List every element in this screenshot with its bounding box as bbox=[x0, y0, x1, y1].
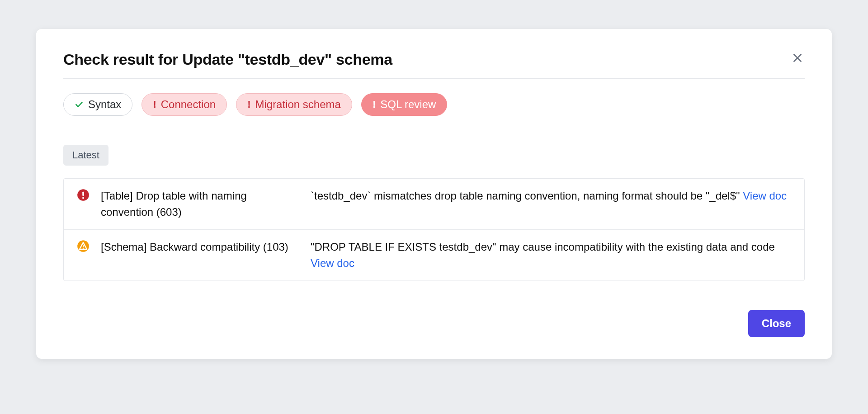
check-result-modal: Check result for Update "testdb_dev" sch… bbox=[36, 29, 832, 359]
results-table: [Table] Drop table with naming conventio… bbox=[63, 178, 805, 281]
result-tabs: Latest bbox=[63, 145, 805, 166]
modal-title: Check result for Update "testdb_dev" sch… bbox=[63, 51, 392, 68]
pill-sql-review[interactable]: ! SQL review bbox=[361, 93, 447, 116]
check-icon bbox=[75, 100, 84, 109]
pill-label: Syntax bbox=[88, 98, 121, 111]
table-row: [Schema] Backward compatibility (103) "D… bbox=[64, 230, 804, 281]
view-doc-link[interactable]: View doc bbox=[311, 257, 354, 269]
pill-migration-schema[interactable]: ! Migration schema bbox=[236, 93, 352, 116]
warning-icon bbox=[76, 240, 90, 252]
modal-header: Check result for Update "testdb_dev" sch… bbox=[63, 51, 805, 79]
table-row: [Table] Drop table with naming conventio… bbox=[64, 179, 804, 230]
exclamation-icon: ! bbox=[247, 99, 250, 110]
exclamation-icon: ! bbox=[153, 99, 156, 110]
pill-label: SQL review bbox=[380, 98, 436, 111]
pill-connection[interactable]: ! Connection bbox=[142, 93, 227, 116]
close-icon[interactable] bbox=[790, 51, 805, 65]
result-message: "DROP TABLE IF EXISTS testdb_dev" may ca… bbox=[311, 239, 792, 271]
pill-syntax[interactable]: Syntax bbox=[63, 93, 132, 116]
pill-label: Connection bbox=[161, 98, 216, 111]
svg-point-7 bbox=[83, 248, 84, 249]
result-message: `testdb_dev` mismatches drop table namin… bbox=[311, 188, 792, 204]
close-button[interactable]: Close bbox=[748, 310, 805, 337]
svg-point-4 bbox=[82, 197, 84, 199]
svg-rect-3 bbox=[82, 191, 84, 196]
result-rule: [Schema] Backward compatibility (103) bbox=[101, 239, 300, 255]
result-rule: [Table] Drop table with naming conventio… bbox=[101, 188, 300, 220]
view-doc-link[interactable]: View doc bbox=[743, 190, 787, 202]
exclamation-icon: ! bbox=[373, 99, 376, 110]
modal-footer: Close bbox=[63, 310, 805, 337]
pill-label: Migration schema bbox=[255, 98, 340, 111]
tab-latest[interactable]: Latest bbox=[63, 145, 108, 166]
result-message-text: "DROP TABLE IF EXISTS testdb_dev" may ca… bbox=[311, 241, 775, 253]
check-tabs: Syntax ! Connection ! Migration schema !… bbox=[63, 93, 805, 116]
svg-rect-6 bbox=[83, 245, 84, 247]
error-icon bbox=[76, 189, 90, 201]
result-message-text: `testdb_dev` mismatches drop table namin… bbox=[311, 190, 743, 202]
